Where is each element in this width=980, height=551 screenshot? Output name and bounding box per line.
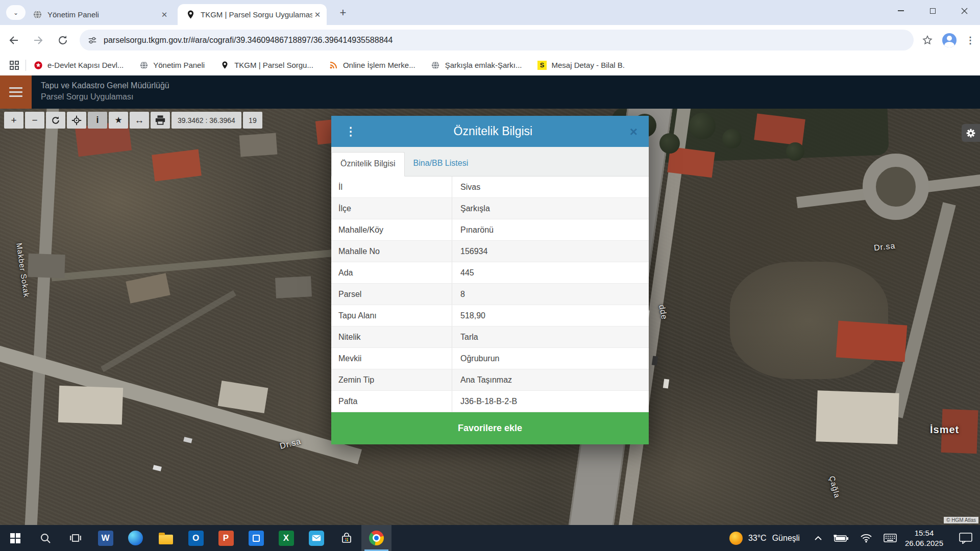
row-value: Şarkışla <box>452 198 649 219</box>
map-attribution: © HGM Atlas <box>944 517 978 523</box>
location-pin-icon <box>220 60 230 70</box>
keyboard-icon[interactable] <box>884 534 897 542</box>
tab-bina-bb-listesi[interactable]: Bina/BB Listesi <box>405 152 477 176</box>
back-button[interactable] <box>3 30 24 51</box>
zoom-in-button[interactable]: + <box>4 112 23 129</box>
taskbar-clock[interactable]: 15:54 26.06.2025 <box>905 528 943 548</box>
location-pin-icon <box>186 10 195 19</box>
bookmark-mesaj-detay[interactable]: S Mesaj Detay - Bilal B. <box>537 60 625 70</box>
letter-s-icon: S <box>537 60 547 70</box>
task-view-icon <box>69 532 82 544</box>
modal-title: Öznitelik Bilgisi <box>356 124 630 138</box>
map-building <box>239 133 278 157</box>
browser-tab-yonetim[interactable]: Yönetim Paneli ✕ <box>24 4 174 25</box>
tab-search-button[interactable]: ⌄ <box>6 5 26 20</box>
taskbar-blue-app-icon[interactable] <box>241 525 271 551</box>
forward-arrow-icon <box>32 34 44 46</box>
zoom-out-button[interactable]: − <box>25 112 44 129</box>
row-value: Ana Taşınmaz <box>452 369 649 390</box>
taskbar-microsoft-store-icon[interactable] <box>331 525 361 551</box>
bookmark-label: Yönetim Paneli <box>153 61 205 69</box>
measure-button[interactable]: ↔ <box>130 112 149 129</box>
attribute-table: İlSivas İlçeŞarkışla Mahalle/KöyPınarönü… <box>331 177 649 412</box>
row-label: Mevkii <box>331 348 452 369</box>
print-button[interactable] <box>151 112 170 129</box>
taskbar-mail-app-icon[interactable] <box>301 525 331 551</box>
taskbar-excel-icon[interactable]: X <box>271 525 301 551</box>
forward-button[interactable] <box>28 30 49 51</box>
bookmark-star-icon[interactable] <box>922 35 933 46</box>
bookmark-tkgm[interactable]: TKGM | Parsel Sorgu... <box>220 60 313 70</box>
map-settings-button[interactable] <box>962 124 980 142</box>
info-button[interactable]: i <box>88 112 107 129</box>
attribute-info-modal: ⋮ Öznitelik Bilgisi × Öznitelik Bilgisi … <box>331 116 649 444</box>
window-maximize-button[interactable] <box>917 0 948 21</box>
task-view-button[interactable] <box>60 525 90 551</box>
refresh-button[interactable] <box>46 112 65 129</box>
profile-avatar-icon[interactable] <box>942 33 957 47</box>
map-car <box>663 379 669 388</box>
bookmarks-bar: e-Devlet Kapısı Devl... Yönetim Paneli T… <box>0 55 980 76</box>
table-row: Tapu Alanı518,90 <box>331 305 649 327</box>
globe-icon <box>431 60 440 70</box>
refresh-icon <box>51 115 61 126</box>
info-icon: i <box>96 115 99 126</box>
taskbar-powerpoint-icon[interactable]: P <box>211 525 241 551</box>
map-building <box>28 254 65 278</box>
taskbar-edge-icon[interactable] <box>120 525 151 551</box>
window-controls <box>885 0 980 21</box>
chevron-up-icon[interactable] <box>814 536 822 541</box>
bookmark-yonetim-paneli[interactable]: Yönetim Paneli <box>139 60 205 70</box>
row-label: Parsel <box>331 284 452 305</box>
table-row: Zemin TipAna Taşınmaz <box>331 369 649 391</box>
map-canvas[interactable]: Makber Sokak Dr.sa dde Dr.sa Çağla İsmet… <box>0 109 980 525</box>
screen: ⌄ Yönetim Paneli ✕ TKGM | Parsel Sorgu U… <box>0 0 980 551</box>
modal-menu-kebab-icon[interactable]: ⋮ <box>331 126 356 137</box>
tab-close-icon[interactable]: ✕ <box>312 10 323 19</box>
site-settings-icon[interactable] <box>88 36 97 45</box>
coordinate-readout: 39.3462 : 36.3964 <box>172 112 241 129</box>
action-center-button[interactable] <box>953 533 978 544</box>
bookmark-edevlet[interactable]: e-Devlet Kapısı Devl... <box>33 60 124 70</box>
url-bar[interactable]: parselsorgu.tkgm.gov.tr/#ara/cografi/39.… <box>80 30 914 51</box>
taskbar-word-icon[interactable]: W <box>90 525 120 551</box>
table-row: Parsel8 <box>331 284 649 305</box>
bookmark-sarkisla-emlak[interactable]: Şarkışla emlak-Şarkı... <box>431 60 522 70</box>
apps-grid-icon[interactable] <box>9 60 19 70</box>
start-button[interactable] <box>0 525 30 551</box>
browser-tab-tkgm[interactable]: TKGM | Parsel Sorgu Uygulamas ✕ <box>178 4 327 25</box>
sidebar-menu-button[interactable] <box>0 76 32 109</box>
locate-button[interactable] <box>67 112 86 129</box>
row-value: 518,90 <box>452 305 649 326</box>
place-label-ismet: İsmet <box>930 424 959 436</box>
wifi-icon[interactable] <box>860 533 872 543</box>
tab-close-icon[interactable]: ✕ <box>159 10 169 19</box>
bookmark-label: e-Devlet Kapısı Devl... <box>47 61 124 69</box>
bookmark-online-islem[interactable]: Online İşlem Merke... <box>329 60 415 70</box>
tab-oznitelik-bilgisi[interactable]: Öznitelik Bilgisi <box>331 152 405 177</box>
taskbar-search-button[interactable] <box>30 525 60 551</box>
crosshair-icon <box>71 115 82 126</box>
new-tab-button[interactable]: + <box>336 6 350 20</box>
taskbar-outlook-icon[interactable]: O <box>181 525 211 551</box>
taskbar-file-explorer-icon[interactable] <box>151 525 181 551</box>
windows-taskbar: W O P X 33°C Güneşli 15:54 26.06.2025 <box>0 525 980 551</box>
taskbar-chrome-icon[interactable] <box>361 525 391 551</box>
shopping-bag-icon <box>340 532 353 544</box>
map-road <box>890 202 955 418</box>
window-minimize-button[interactable] <box>885 0 917 21</box>
modal-close-icon[interactable]: × <box>630 125 649 138</box>
map-tree <box>722 129 742 148</box>
reload-button[interactable] <box>52 30 74 51</box>
favorites-button[interactable]: ★ <box>109 112 128 129</box>
row-value: Sivas <box>452 177 649 197</box>
row-value: 8 <box>452 284 649 305</box>
add-to-favorites-button[interactable]: Favorilere ekle <box>331 412 649 444</box>
weather-widget[interactable]: 33°C Güneşli <box>729 532 800 545</box>
battery-icon[interactable] <box>834 534 849 542</box>
browser-menu-kebab-icon[interactable]: ⋮ <box>966 35 975 46</box>
window-close-button[interactable] <box>948 0 980 21</box>
bookmark-label: Online İşlem Merke... <box>343 61 415 69</box>
close-icon <box>961 8 968 14</box>
globe-icon <box>33 10 42 19</box>
